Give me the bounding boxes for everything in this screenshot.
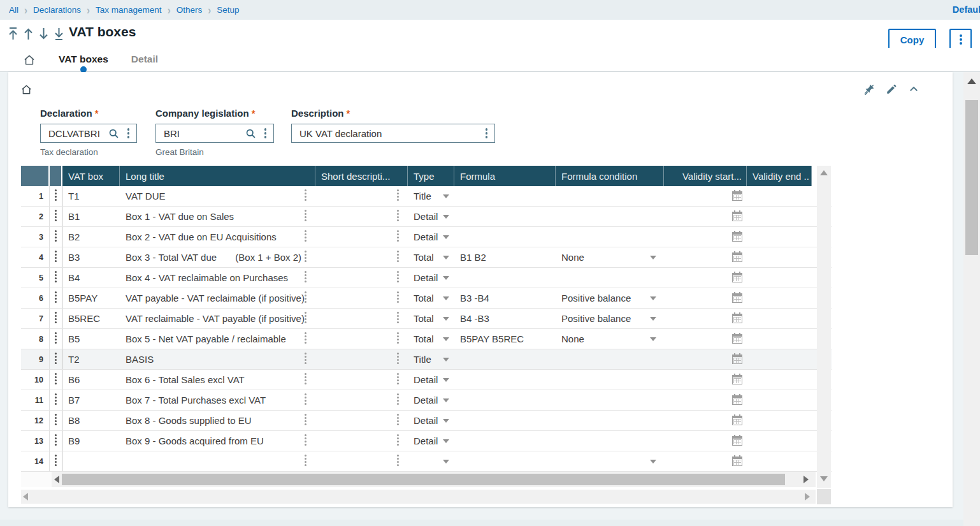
cell-validity-start[interactable] [664, 207, 747, 226]
scroll-right-arrow[interactable] [803, 476, 809, 483]
cell-options-icon[interactable] [305, 315, 306, 317]
page-vertical-scrollbar[interactable] [963, 72, 980, 526]
table-row[interactable]: 6 B5PAY VAT payable - VAT reclaimable (i… [21, 288, 832, 309]
cell-validity-end[interactable] [747, 329, 812, 349]
cell-long-title[interactable]: Box 5 - Net VAT payable / reclaimable [120, 329, 315, 349]
default-view-label[interactable]: Default [953, 4, 980, 15]
cell-formula-condition[interactable]: None [556, 329, 664, 349]
grid-horizontal-scrollbar[interactable] [21, 472, 816, 487]
table-row[interactable]: 9 T2 BASIS Title [21, 349, 832, 370]
cell-vat-box[interactable]: B5PAY [62, 288, 120, 308]
cell-options-icon[interactable] [305, 295, 306, 296]
cell-formula[interactable] [454, 431, 556, 451]
cell-formula-condition[interactable] [556, 451, 664, 471]
scrollbar-thumb[interactable] [965, 100, 978, 255]
tab-detail[interactable]: Detail [131, 54, 158, 66]
chevron-down-icon[interactable] [443, 419, 449, 423]
scroll-left-arrow[interactable] [54, 476, 59, 483]
cell-short-description[interactable] [315, 329, 408, 349]
cell-validity-start[interactable] [664, 329, 747, 349]
cell-type[interactable]: Total [408, 247, 454, 267]
chevron-down-icon[interactable] [443, 194, 449, 198]
column-header-long-title[interactable]: Long title [120, 166, 315, 186]
row-handle[interactable] [50, 431, 62, 451]
cell-validity-start[interactable] [664, 227, 747, 247]
cell-short-description[interactable] [315, 370, 408, 390]
cell-validity-start[interactable] [664, 411, 747, 430]
cell-formula[interactable]: B4 -B3 [454, 309, 556, 328]
cell-validity-end[interactable] [747, 309, 812, 328]
cell-validity-start[interactable] [664, 390, 747, 410]
cell-options-icon[interactable] [397, 376, 399, 378]
cell-short-description[interactable] [315, 268, 408, 288]
previous-record-button[interactable] [22, 27, 34, 41]
cell-type[interactable]: Title [408, 349, 454, 369]
cell-options-icon[interactable] [397, 417, 399, 419]
next-record-button[interactable] [38, 27, 50, 41]
cell-options-icon[interactable] [397, 356, 399, 358]
calendar-icon[interactable] [732, 354, 742, 364]
breadcrumb-item-declarations[interactable]: Declarations [33, 5, 81, 15]
cell-validity-end[interactable] [747, 431, 812, 451]
cell-short-description[interactable] [315, 186, 408, 206]
cell-long-title[interactable]: Box 1 - VAT due on Sales [120, 207, 315, 226]
table-row[interactable]: 2 B1 Box 1 - VAT due on Sales Detail [21, 207, 832, 227]
cell-short-description[interactable] [315, 247, 408, 267]
cell-vat-box[interactable]: B5 [62, 329, 120, 349]
row-handle[interactable] [50, 349, 62, 369]
chevron-down-icon[interactable] [650, 460, 656, 464]
cell-long-title[interactable] [120, 451, 315, 471]
chevron-down-icon[interactable] [443, 337, 449, 341]
cell-long-title[interactable]: VAT DUE [120, 186, 315, 206]
field-options-icon[interactable] [486, 132, 488, 135]
chevron-down-icon[interactable] [443, 235, 449, 239]
chevron-down-icon[interactable] [443, 276, 449, 280]
cell-vat-box[interactable]: B7 [62, 390, 120, 410]
cell-short-description[interactable] [315, 451, 408, 471]
calendar-icon[interactable] [732, 416, 742, 425]
cell-formula[interactable] [454, 349, 556, 369]
chevron-down-icon[interactable] [443, 296, 449, 300]
calendar-icon[interactable] [732, 293, 742, 303]
calendar-icon[interactable] [732, 191, 742, 201]
cell-options-icon[interactable] [397, 397, 399, 398]
field-input[interactable]: BRI [155, 124, 274, 143]
cell-formula[interactable]: B1 B2 [454, 247, 556, 267]
cell-validity-end[interactable] [747, 288, 812, 308]
column-header-formula[interactable]: Formula [454, 166, 556, 186]
chevron-down-icon[interactable] [443, 439, 449, 443]
cell-type[interactable]: Detail [408, 207, 454, 226]
cell-type[interactable]: Detail [408, 227, 454, 247]
column-header-validity-start[interactable]: Validity start... [664, 166, 747, 186]
row-handle[interactable] [50, 186, 62, 206]
search-lookup-button[interactable] [245, 128, 256, 139]
cell-short-description[interactable] [315, 207, 408, 226]
row-handle[interactable] [50, 411, 62, 430]
cell-validity-end[interactable] [747, 207, 812, 226]
cell-options-icon[interactable] [305, 274, 306, 276]
cell-validity-end[interactable] [747, 247, 812, 267]
cell-type[interactable]: Total [408, 309, 454, 328]
cell-options-icon[interactable] [397, 213, 399, 215]
chevron-down-icon[interactable] [443, 398, 449, 402]
breadcrumb-item-others[interactable]: Others [177, 5, 203, 15]
cell-type[interactable]: Total [408, 288, 454, 308]
chevron-down-icon[interactable] [443, 256, 449, 259]
search-lookup-button[interactable] [108, 128, 119, 139]
copy-button[interactable]: Copy [888, 29, 936, 50]
cell-options-icon[interactable] [397, 315, 399, 317]
cell-formula-condition[interactable]: Positive balance [556, 288, 664, 308]
collapse-section-button[interactable] [908, 84, 919, 95]
cell-long-title[interactable]: Box 2 - VAT due on EU Acquisitions [120, 227, 315, 247]
unpin-button[interactable] [863, 84, 875, 95]
cell-validity-start[interactable] [664, 288, 747, 308]
chevron-down-icon[interactable] [650, 337, 656, 341]
table-row[interactable]: 3 B2 Box 2 - VAT due on EU Acquisitions … [21, 227, 832, 247]
cell-options-icon[interactable] [305, 376, 306, 378]
cell-options-icon[interactable] [397, 193, 399, 194]
cell-options-icon[interactable] [397, 458, 399, 460]
scroll-left-arrow[interactable] [23, 493, 28, 500]
calendar-icon[interactable] [732, 252, 742, 262]
cell-vat-box[interactable]: T2 [62, 349, 120, 369]
cell-formula[interactable] [454, 411, 556, 430]
